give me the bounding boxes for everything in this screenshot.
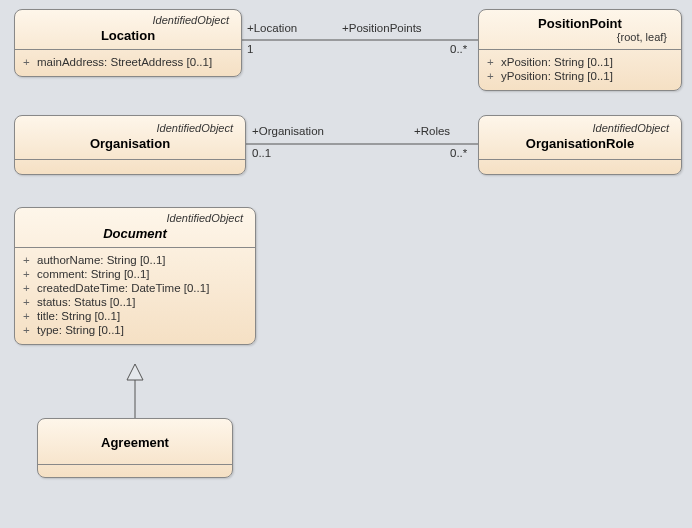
attribute-text: mainAddress: StreetAddress [0..1] <box>37 56 212 68</box>
attribute-row: +title: String [0..1] <box>23 310 247 322</box>
empty-compartment <box>479 160 681 174</box>
attribute-compartment: + xPosition: String [0..1] + yPosition: … <box>479 50 681 90</box>
attribute-text: authorName: String [0..1] <box>37 254 165 266</box>
class-name: OrganisationRole <box>487 136 673 151</box>
class-header: IdentifiedObject Organisation <box>15 116 245 159</box>
class-header: Agreement <box>38 419 232 464</box>
class-header: IdentifiedObject Location <box>15 10 241 49</box>
class-name: PositionPoint <box>487 16 673 31</box>
attribute-text: type: String [0..1] <box>37 324 124 336</box>
class-organisation-role[interactable]: IdentifiedObject OrganisationRole <box>478 115 682 175</box>
class-agreement[interactable]: Agreement <box>37 418 233 478</box>
multiplicity-label-roles: 0..* <box>450 147 467 159</box>
generalization-arrowhead-icon <box>127 364 143 380</box>
class-name: Agreement <box>46 435 224 450</box>
attribute-row: +comment: String [0..1] <box>23 268 247 280</box>
class-header: IdentifiedObject Document <box>15 208 255 247</box>
visibility-icon: + <box>23 324 37 336</box>
visibility-icon: + <box>487 70 501 82</box>
visibility-icon: + <box>23 56 37 68</box>
stereotype-label: IdentifiedObject <box>487 122 673 134</box>
class-name: Organisation <box>23 136 237 151</box>
visibility-icon: + <box>23 254 37 266</box>
attribute-row: +status: Status [0..1] <box>23 296 247 308</box>
multiplicity-label-location: 1 <box>247 43 253 55</box>
class-organisation[interactable]: IdentifiedObject Organisation <box>14 115 246 175</box>
attribute-compartment: + mainAddress: StreetAddress [0..1] <box>15 50 241 76</box>
visibility-icon: + <box>23 268 37 280</box>
attribute-text: status: Status [0..1] <box>37 296 135 308</box>
role-label-organisation: +Organisation <box>252 125 324 137</box>
class-location[interactable]: IdentifiedObject Location + mainAddress:… <box>14 9 242 77</box>
stereotype-label: IdentifiedObject <box>23 122 237 134</box>
class-name: Location <box>23 28 233 43</box>
multiplicity-label-organisation: 0..1 <box>252 147 271 159</box>
attribute-text: createdDateTime: DateTime [0..1] <box>37 282 209 294</box>
class-header: PositionPoint {root, leaf} <box>479 10 681 49</box>
visibility-icon: + <box>487 56 501 68</box>
attribute-compartment: +authorName: String [0..1] +comment: Str… <box>15 248 255 344</box>
attribute-text: yPosition: String [0..1] <box>501 70 613 82</box>
attribute-row: + yPosition: String [0..1] <box>487 70 673 82</box>
class-position-point[interactable]: PositionPoint {root, leaf} + xPosition: … <box>478 9 682 91</box>
empty-compartment <box>38 465 232 477</box>
attribute-row: +createdDateTime: DateTime [0..1] <box>23 282 247 294</box>
attribute-row: + mainAddress: StreetAddress [0..1] <box>23 56 233 68</box>
class-name: Document <box>23 226 247 241</box>
attribute-text: comment: String [0..1] <box>37 268 150 280</box>
attribute-text: title: String [0..1] <box>37 310 120 322</box>
class-document[interactable]: IdentifiedObject Document +authorName: S… <box>14 207 256 345</box>
attribute-row: +authorName: String [0..1] <box>23 254 247 266</box>
role-label-location: +Location <box>247 22 297 34</box>
empty-compartment <box>15 160 245 174</box>
class-header: IdentifiedObject OrganisationRole <box>479 116 681 159</box>
attribute-row: + xPosition: String [0..1] <box>487 56 673 68</box>
stereotype-label: IdentifiedObject <box>23 14 233 26</box>
visibility-icon: + <box>23 296 37 308</box>
multiplicity-label-positionpoints: 0..* <box>450 43 467 55</box>
constraint-label: {root, leaf} <box>487 31 673 43</box>
role-label-positionpoints: +PositionPoints <box>342 22 422 34</box>
attribute-text: xPosition: String [0..1] <box>501 56 613 68</box>
role-label-roles: +Roles <box>414 125 450 137</box>
attribute-row: +type: String [0..1] <box>23 324 247 336</box>
visibility-icon: + <box>23 310 37 322</box>
stereotype-label: IdentifiedObject <box>23 212 247 224</box>
visibility-icon: + <box>23 282 37 294</box>
